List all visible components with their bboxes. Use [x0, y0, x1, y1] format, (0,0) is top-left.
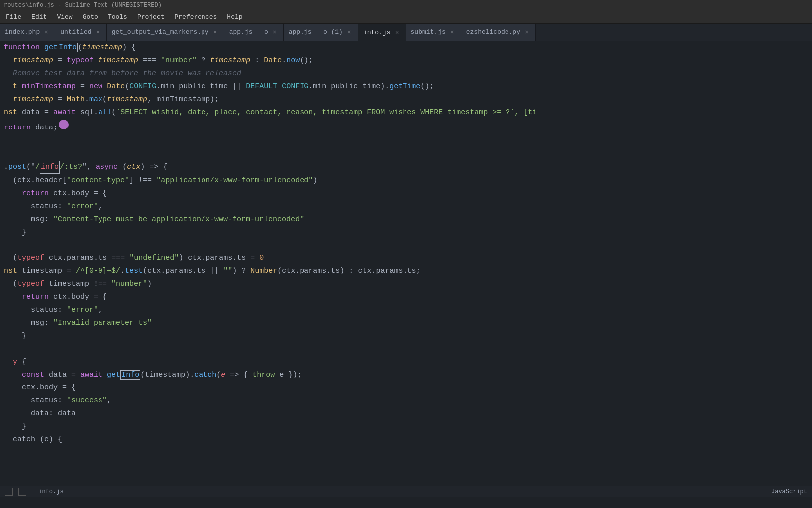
- code-line: (typeof ctx.params.ts === "undefined") c…: [4, 252, 812, 265]
- code-line: .post("/info/:ts?", async (ctx) => {: [4, 160, 812, 174]
- menu-tools[interactable]: Tools: [104, 12, 131, 22]
- menu-preferences[interactable]: Preferences: [171, 12, 221, 22]
- status-syntax: JavaScript: [771, 488, 807, 495]
- tab-untitled[interactable]: untitled ✕: [55, 24, 106, 41]
- tab-submitjs[interactable]: submit.js ✕: [406, 24, 461, 41]
- close-tab-appjs-o1[interactable]: ✕: [346, 29, 353, 36]
- tab-appjs-o[interactable]: app.js — o ✕: [224, 24, 284, 41]
- title-bar: routes\info.js - Sublime Text (UNREGISTE…: [0, 0, 812, 11]
- close-tab-appjs-o[interactable]: ✕: [271, 29, 278, 36]
- code-line: [4, 343, 812, 356]
- code-line: nst data = await sql.all(`SELECT wishid,…: [4, 106, 812, 119]
- code-line: }: [4, 330, 812, 343]
- title-text: routes\info.js - Sublime Text (UNREGISTE…: [4, 2, 162, 9]
- code-line: msg: "Invalid parameter ts": [4, 317, 812, 330]
- menu-file[interactable]: File: [2, 12, 25, 22]
- code-line: (typeof timestamp !== "number"): [4, 278, 812, 291]
- close-tab-ezshelicode[interactable]: ✕: [523, 29, 530, 36]
- tab-get-output[interactable]: get_output_via_markers.py ✕: [107, 24, 224, 41]
- tab-bar: index.php ✕ untitled ✕ get_output_via_ma…: [0, 24, 812, 41]
- code-line: }: [4, 226, 812, 239]
- menu-bar: File Edit View Goto Tools Project Prefer…: [0, 11, 812, 24]
- menu-edit[interactable]: Edit: [27, 12, 51, 22]
- code-line: status: "error",: [4, 200, 812, 213]
- status-left: [5, 488, 30, 496]
- tab-infojs[interactable]: info.js ✕: [358, 24, 406, 41]
- code-line: status: "error",: [4, 304, 812, 317]
- code-line: (ctx.header["content-type"] !== "applica…: [4, 174, 812, 187]
- code-line: return data;: [4, 119, 812, 134]
- code-line: [4, 134, 812, 147]
- code-line: return ctx.body = {: [4, 187, 812, 200]
- status-file: info.js: [38, 488, 63, 495]
- code-line: timestamp = typeof timestamp === "number…: [4, 54, 812, 67]
- code-line: t minTimestamp = new Date(CONFIG.min_pub…: [4, 80, 812, 93]
- menu-project[interactable]: Project: [133, 12, 169, 22]
- close-tab-get-output[interactable]: ✕: [212, 29, 219, 36]
- close-tab-index-php[interactable]: ✕: [43, 29, 50, 36]
- code-editor[interactable]: function getInfo(timestamp) { timestamp …: [0, 41, 812, 497]
- code-line: Remove test data from before the movie w…: [4, 67, 812, 80]
- code-line: status: "success",: [4, 394, 812, 407]
- code-line: ctx.body = {: [4, 381, 812, 394]
- code-line: nst timestamp = /^[0-9]+$/.test(ctx.para…: [4, 265, 812, 278]
- code-line: [4, 239, 812, 252]
- close-tab-infojs[interactable]: ✕: [394, 29, 401, 36]
- tab-index-php[interactable]: index.php ✕: [0, 24, 55, 41]
- code-line: function getInfo(timestamp) {: [4, 41, 812, 54]
- tab-ezshelicode[interactable]: ezshelicode.py ✕: [461, 24, 536, 41]
- code-line: [4, 147, 812, 160]
- close-tab-submitjs[interactable]: ✕: [449, 29, 456, 36]
- menu-help[interactable]: Help: [223, 12, 246, 22]
- code-line: }: [4, 420, 812, 433]
- code-line: timestamp = Math.max(timestamp, minTimes…: [4, 93, 812, 106]
- code-line: const data = await getInfo(timestamp).ca…: [4, 369, 812, 381]
- code-line: catch (e) {: [4, 433, 812, 446]
- close-tab-untitled[interactable]: ✕: [95, 29, 102, 36]
- menu-goto[interactable]: Goto: [79, 12, 102, 22]
- tab-appjs-o1[interactable]: app.js — o (1) ✕: [284, 24, 358, 41]
- code-line: msg: "Content-Type must be application/x…: [4, 213, 812, 226]
- code-line: return ctx.body = {: [4, 291, 812, 304]
- menu-view[interactable]: View: [53, 12, 76, 22]
- status-bar: info.js JavaScript: [0, 486, 812, 497]
- code-line: data: data: [4, 407, 812, 420]
- code-line: y {: [4, 356, 812, 369]
- code-content: function getInfo(timestamp) { timestamp …: [0, 41, 812, 446]
